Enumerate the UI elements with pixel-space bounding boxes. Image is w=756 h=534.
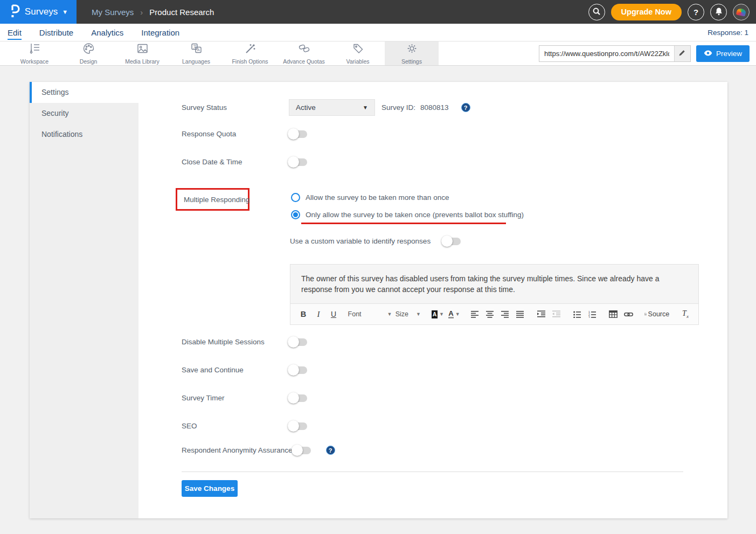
multiple-responding-label: Multiple Responding [184, 196, 248, 204]
respondent-anonymity-help-icon[interactable]: ? [326, 446, 335, 455]
disable-multiple-sessions-toggle[interactable] [289, 338, 307, 346]
preview-button[interactable]: Preview [696, 45, 750, 62]
notifications-button[interactable] [710, 4, 727, 20]
align-center-button[interactable] [484, 307, 497, 321]
breadcrumb-my-surveys[interactable]: My Surveys [92, 8, 134, 17]
toolbar-item-settings[interactable]: Settings [385, 41, 439, 65]
chevron-down-icon: ▼ [439, 311, 444, 317]
edit-toolbar: Workspace Design Media Library 文A Langua… [0, 41, 756, 66]
tab-edit[interactable]: Edit [8, 28, 22, 37]
tab-distribute[interactable]: Distribute [39, 28, 73, 37]
disabled-message-editor: The owner of this survey has disabled us… [290, 264, 699, 325]
survey-status-select[interactable]: Active ▼ [289, 99, 375, 116]
avatar[interactable] [733, 4, 750, 20]
response-quota-label: Response Quota [182, 130, 289, 138]
response-quota-row: Response Quota [182, 130, 307, 138]
italic-button[interactable]: I [312, 307, 325, 321]
custom-variable-row: Use a custom variable to identify respon… [290, 237, 461, 245]
custom-variable-toggle[interactable] [442, 238, 461, 245]
justify-button[interactable] [514, 307, 527, 321]
save-changes-button[interactable]: Save Changes [182, 480, 238, 497]
indent-button[interactable] [535, 307, 548, 321]
breadcrumb-separator-icon: › [140, 8, 143, 17]
chevron-down-icon: ▼ [416, 311, 421, 317]
bell-icon [715, 7, 723, 17]
edit-url-button[interactable] [674, 46, 690, 61]
eye-icon [704, 50, 712, 58]
response-quota-toggle[interactable] [289, 130, 307, 138]
toolbar-item-finish-options[interactable]: Finish Options [223, 41, 277, 65]
background-color-button[interactable]: A▼ [430, 307, 446, 321]
link-button[interactable] [622, 307, 635, 321]
survey-id: Survey ID: 8080813 ? [382, 103, 470, 112]
breadcrumb: My Surveys › Product Research [92, 8, 214, 17]
close-date-row: Close Date & Time [182, 158, 307, 166]
save-and-continue-label: Save and Continue [182, 366, 289, 374]
settings-content: Survey Status Active ▼ Survey ID: 808081… [30, 82, 727, 518]
numbered-list-button[interactable]: 123 [586, 307, 599, 321]
seo-label: SEO [182, 422, 289, 430]
questionpro-logo [9, 4, 20, 20]
highlight-underline [301, 223, 506, 224]
toolbar-item-advance-quotas[interactable]: Advance Quotas [277, 41, 331, 65]
disable-multiple-sessions-row: Disable Multiple Sessions [182, 338, 307, 346]
remove-format-button[interactable]: Tx [679, 307, 692, 321]
advance-quotas-icon [297, 42, 311, 57]
settings-icon [405, 42, 419, 57]
survey-url-input[interactable] [539, 46, 674, 61]
tab-analytics[interactable]: Analytics [91, 28, 123, 37]
survey-status-help-icon[interactable]: ? [461, 103, 470, 112]
editor-toolbar: B I U Font▼ Size▼ A▼ A▼ 123 [290, 303, 698, 324]
variables-icon [351, 42, 365, 57]
survey-timer-toggle[interactable] [289, 394, 307, 402]
toolbar-item-variables[interactable]: Variables [331, 41, 385, 65]
languages-icon: 文A [190, 42, 203, 57]
align-left-button[interactable] [469, 307, 482, 321]
section-tab-bar: Edit Distribute Analytics Integration Re… [0, 24, 756, 41]
radio-only-once[interactable] [291, 210, 300, 219]
survey-status-label: Survey Status [182, 103, 289, 112]
highlight-box: Multiple Responding [176, 188, 249, 211]
response-counter[interactable]: Response: 1 [708, 29, 748, 37]
survey-url-zone: Preview [539, 41, 756, 65]
toolbar-item-media-library[interactable]: Media Library [115, 41, 169, 65]
tab-integration[interactable]: Integration [141, 28, 179, 37]
brand-menu[interactable]: Surveys ▼ [0, 0, 77, 24]
design-icon [82, 42, 95, 57]
respondent-anonymity-label: Respondent Anonymity Assurance [182, 446, 293, 454]
text-color-button[interactable]: A▼ [448, 307, 461, 321]
toolbar-item-workspace[interactable]: Workspace [8, 41, 61, 65]
close-date-toggle[interactable] [289, 158, 307, 166]
topbar-actions: Upgrade Now ? [588, 4, 756, 20]
underline-button[interactable]: U [327, 307, 340, 321]
survey-timer-label: Survey Timer [182, 394, 289, 402]
source-button[interactable]: ◈ Source [643, 307, 671, 321]
bold-button[interactable]: B [297, 307, 310, 321]
font-dropdown[interactable]: Font▼ [348, 307, 392, 321]
search-icon [592, 7, 601, 17]
survey-id-label: Survey ID: [382, 103, 415, 112]
outdent-button[interactable] [550, 307, 563, 321]
align-right-button[interactable] [499, 307, 512, 321]
table-button[interactable] [607, 307, 620, 321]
save-and-continue-toggle[interactable] [289, 366, 307, 374]
bulleted-list-button[interactable] [571, 307, 584, 321]
survey-status-row: Survey Status Active ▼ Survey ID: 808081… [182, 99, 470, 116]
radio-allow-multiple[interactable] [291, 193, 300, 202]
disable-multiple-sessions-label: Disable Multiple Sessions [182, 338, 289, 346]
size-dropdown[interactable]: Size▼ [394, 307, 422, 321]
toolbar-item-design[interactable]: Design [61, 41, 115, 65]
close-date-label: Close Date & Time [182, 158, 289, 166]
pencil-icon [678, 49, 686, 58]
search-button[interactable] [588, 4, 605, 20]
upgrade-now-button[interactable]: Upgrade Now [611, 4, 682, 20]
help-button[interactable]: ? [688, 4, 704, 20]
seo-toggle[interactable] [289, 422, 307, 430]
disabled-message-text[interactable]: The owner of this survey has disabled us… [290, 265, 698, 303]
media-library-icon [136, 42, 149, 57]
svg-text:A: A [197, 47, 199, 52]
svg-text:◈: ◈ [645, 314, 646, 315]
respondent-anonymity-toggle[interactable] [293, 447, 311, 454]
toolbar-item-languages[interactable]: 文A Languages [169, 41, 223, 65]
multiple-responding-option-1: Allow the survey to be taken more than o… [291, 193, 449, 202]
